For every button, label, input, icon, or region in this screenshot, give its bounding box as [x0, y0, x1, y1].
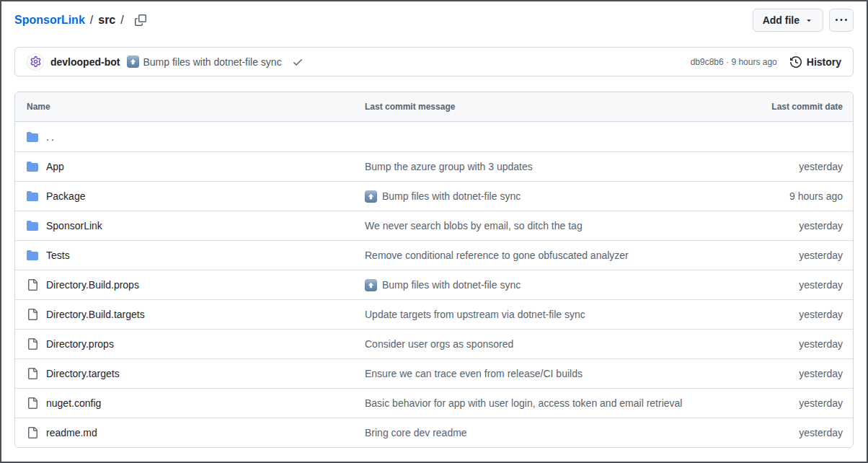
file-name-link[interactable]: nuget.config	[46, 397, 101, 409]
header-last-commit-message: Last commit message	[365, 102, 727, 112]
commit-message-cell: Ensure we can trace even from release/CI…	[365, 368, 727, 379]
file-name-link[interactable]: Directory.targets	[46, 368, 120, 379]
commit-sha-link[interactable]: db9c8b6 · 9 hours ago	[691, 57, 777, 67]
commit-date-cell: yesterday	[727, 250, 843, 261]
check-icon	[292, 56, 304, 68]
commit-message-cell: Update targets from upstream via dotnet-…	[365, 309, 727, 320]
folder-icon	[27, 190, 38, 202]
name-cell: App	[27, 161, 365, 172]
commit-date-cell: 9 hours ago	[727, 190, 843, 202]
gear-icon	[30, 56, 41, 67]
table-row[interactable]: ..	[15, 122, 853, 151]
commit-message-cell: Consider user orgs as sponsored	[365, 338, 727, 350]
file-name-link[interactable]: Directory.Build.targets	[46, 309, 145, 320]
breadcrumb-current-folder: src	[98, 14, 115, 27]
file-icon	[27, 397, 38, 409]
table-row[interactable]: Directory.targets Ensure we can trace ev…	[15, 358, 853, 388]
toolbar-actions: Add file	[753, 9, 854, 32]
file-name-link[interactable]: Tests	[46, 250, 70, 261]
file-name-link[interactable]: readme.md	[46, 427, 97, 438]
kebab-horizontal-icon	[836, 14, 847, 26]
row-commit-message-link[interactable]: Bring core dev readme	[365, 427, 467, 438]
commit-message-cell: We never search blobs by email, so ditch…	[365, 220, 727, 232]
table-row[interactable]: Directory.Build.props Bump files with do…	[15, 270, 853, 299]
commit-date-cell: yesterday	[727, 368, 843, 379]
up-arrow-emoji-icon	[127, 56, 139, 68]
commit-message-cell: Basic behavior for app with user login, …	[365, 397, 727, 409]
commit-message-cell: Bump files with dotnet-file sync	[365, 190, 727, 203]
name-cell: Package	[27, 190, 365, 202]
folder-icon	[27, 250, 38, 261]
row-commit-message-link[interactable]: Ensure we can trace even from release/CI…	[365, 368, 583, 379]
up-arrow-emoji-icon	[365, 190, 377, 203]
file-name-link[interactable]: ..	[46, 131, 56, 143]
commit-date-cell: yesterday	[727, 338, 843, 350]
commit-message-cell: Bump files with dotnet-file sync	[365, 279, 727, 291]
file-name-link[interactable]: Directory.Build.props	[46, 279, 139, 291]
name-cell: Tests	[27, 250, 365, 261]
folder-icon	[27, 131, 38, 143]
name-cell: nuget.config	[27, 397, 365, 409]
avatar[interactable]	[27, 53, 44, 71]
row-commit-message-link[interactable]: Bump files with dotnet-file sync	[382, 279, 521, 291]
table-row[interactable]: SponsorLink We never search blobs by ema…	[15, 211, 853, 240]
file-name-link[interactable]: Directory.props	[46, 338, 114, 350]
commit-date-cell: yesterday	[727, 427, 843, 438]
table-row[interactable]: Package Bump files with dotnet-file sync…	[15, 181, 853, 211]
table-row[interactable]: Tests Remove conditional reference to go…	[15, 240, 853, 270]
name-cell: ..	[27, 131, 365, 143]
file-rows: .. App Bump the azure group with 3 updat…	[15, 122, 853, 447]
folder-icon	[27, 161, 38, 172]
commit-date-cell: yesterday	[727, 309, 843, 320]
row-commit-message-link[interactable]: We never search blobs by email, so ditch…	[365, 220, 583, 232]
row-commit-message-link[interactable]: Remove conditional reference to gone obf…	[365, 250, 629, 261]
more-options-button[interactable]	[829, 9, 854, 32]
copy-path-button[interactable]	[135, 14, 146, 26]
file-table-header: Name Last commit message Last commit dat…	[15, 92, 853, 122]
breadcrumb: SponsorLink / src /	[14, 14, 146, 27]
breadcrumb-repo-link[interactable]: SponsorLink	[14, 14, 85, 27]
file-name-link[interactable]: Package	[46, 190, 85, 202]
add-file-label: Add file	[763, 14, 800, 26]
commit-bar-right: db9c8b6 · 9 hours ago History	[691, 56, 841, 68]
file-table: Name Last commit message Last commit dat…	[14, 92, 854, 448]
row-commit-message-link[interactable]: Bump files with dotnet-file sync	[382, 190, 521, 202]
header-name: Name	[27, 102, 365, 112]
top-bar: SponsorLink / src / Add file	[14, 7, 854, 33]
name-cell: readme.md	[27, 427, 365, 438]
up-arrow-emoji-icon	[365, 279, 377, 291]
row-commit-message-link[interactable]: Basic behavior for app with user login, …	[365, 397, 682, 409]
history-label: History	[807, 56, 841, 68]
table-row[interactable]: readme.md Bring core dev readme yesterda…	[15, 418, 853, 447]
commit-date-cell: yesterday	[727, 279, 843, 291]
row-commit-message-link[interactable]: Bump the azure group with 3 updates	[365, 161, 533, 172]
history-link[interactable]: History	[790, 56, 841, 68]
chevron-down-icon	[805, 16, 813, 25]
file-icon	[27, 279, 38, 291]
file-icon	[27, 338, 38, 350]
file-icon	[27, 368, 38, 379]
file-name-link[interactable]: App	[46, 161, 64, 172]
copy-icon	[135, 14, 146, 26]
table-row[interactable]: App Bump the azure group with 3 updates …	[15, 151, 853, 181]
commit-author-link[interactable]: devlooped-bot	[50, 56, 120, 68]
commit-date-cell: yesterday	[727, 161, 843, 172]
row-commit-message-link[interactable]: Update targets from upstream via dotnet-…	[365, 309, 585, 320]
file-name-link[interactable]: SponsorLink	[46, 220, 102, 232]
folder-icon	[27, 220, 38, 232]
name-cell: Directory.Build.props	[27, 279, 365, 291]
breadcrumb-separator: /	[90, 14, 93, 27]
commit-message-link[interactable]: Bump files with dotnet-file sync	[143, 56, 281, 68]
checks-status-button[interactable]	[292, 56, 304, 68]
table-row[interactable]: Directory.Build.targets Update targets f…	[15, 299, 853, 329]
add-file-button[interactable]: Add file	[753, 9, 823, 32]
commit-time: 9 hours ago	[731, 57, 776, 67]
name-cell: Directory.targets	[27, 368, 365, 379]
breadcrumb-separator: /	[120, 14, 123, 27]
file-icon	[27, 427, 38, 438]
table-row[interactable]: nuget.config Basic behavior for app with…	[15, 388, 853, 418]
row-commit-message-link[interactable]: Consider user orgs as sponsored	[365, 338, 513, 350]
table-row[interactable]: Directory.props Consider user orgs as sp…	[15, 329, 853, 358]
dot-separator: ·	[726, 57, 729, 67]
repository-file-browser: SponsorLink / src / Add file devlooped-b…	[0, 0, 868, 463]
